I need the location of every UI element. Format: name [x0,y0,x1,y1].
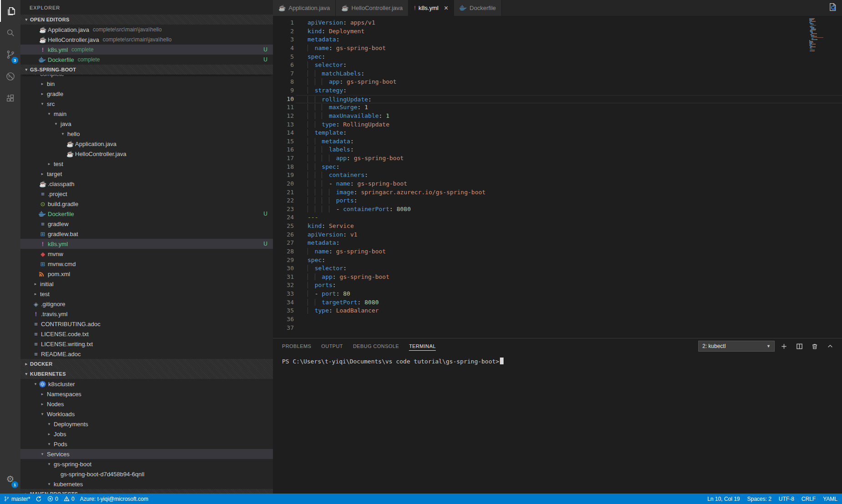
code-line[interactable]: 2kind: Deployment [273,27,842,36]
open-preview-icon[interactable] [828,2,837,14]
terminal-selector[interactable]: 2: kubectl ▼ [698,341,775,352]
status-encoding[interactable]: UTF-8 [779,496,794,502]
sidebar-item-jobs[interactable]: ▸Jobs [20,429,273,439]
sidebar-item-main[interactable]: ▾main [20,109,273,119]
code-line[interactable]: 16 labels: [273,146,842,154]
minimap[interactable] [809,18,836,53]
activity-extensions-button[interactable] [0,87,20,109]
new-terminal-button[interactable] [777,341,790,352]
close-tab-button[interactable]: × [444,5,448,12]
code-line[interactable]: 25kind: Service [273,222,842,231]
code-line[interactable]: 8 app: gs-spring-boot [273,78,842,86]
code-line[interactable]: 28 name: gs-spring-boot [273,247,842,256]
code-line[interactable]: 17 app: gs-spring-boot [273,154,842,163]
panel-tab-debug-console[interactable]: DEBUG CONSOLE [353,342,399,351]
sidebar-item-test[interactable]: ▸test [20,159,273,169]
section-header-docker[interactable]: ▸DOCKER [20,359,273,369]
activity-settings-button[interactable]: ⚙1 [0,468,20,490]
code-line[interactable]: 12 maxUnavailable: 1 [273,112,842,121]
tab-application-java[interactable]: ☕Application.java [273,0,336,16]
code-line[interactable]: 14 template: [273,129,842,137]
status-eol[interactable]: CRLF [802,496,816,502]
sidebar-item-gradle[interactable]: ▸gradle [20,89,273,99]
code-line[interactable]: 30 selector: [273,264,842,273]
sidebar-item-kubernetes[interactable]: ▾kubernetes [20,479,273,489]
sidebar-item-license-code-txt[interactable]: ≡LICENSE.code.txt [20,329,273,339]
code-line[interactable]: 32 ports: [273,281,842,290]
sidebar-item-k8scluster[interactable]: ▾k8scluster [20,379,273,389]
section-header-kubernetes[interactable]: ▾KUBERNETES [20,369,273,379]
code-line[interactable]: 9 strategy: [273,86,842,95]
sidebar-item-test[interactable]: ▸test [20,289,273,299]
sidebar-item-gs-spring-boot-d7d458b94-6qnll[interactable]: gs-spring-boot-d7d458b94-6qnll [20,469,273,479]
code-line[interactable]: 23 - containerPort: 8080 [273,205,842,214]
status-warnings[interactable]: 0 [64,496,75,502]
sidebar-item-license-writing-txt[interactable]: ≡LICENSE.writing.txt [20,339,273,349]
tab-k8s-yml[interactable]: !k8s.yml× [408,0,454,16]
code-line[interactable]: 7 matchLabels: [273,70,842,78]
sidebar-item-pom-xml[interactable]: pom.xml [20,269,273,279]
sidebar-item-application-java[interactable]: ☕Application.javacomplete\src\main\java\… [20,25,273,35]
status-errors[interactable]: 0 [47,496,58,502]
activity-search-button[interactable] [0,22,20,44]
sidebar-item-complete[interactable]: ▾complete [20,75,273,79]
sidebar-item-hellocontroller-java[interactable]: ☕HelloController.javacomplete\src\main\j… [20,35,273,45]
sidebar-tree[interactable]: ▾OPEN EDITORS☕Application.javacomplete\s… [20,15,273,494]
panel-tab-terminal[interactable]: TERMINAL [409,342,436,351]
sidebar-item-deployments[interactable]: ▾Deployments [20,419,273,429]
sidebar-item-k8s-yml[interactable]: !k8s.ymlU [20,239,273,249]
sidebar-item-classpath[interactable]: ☕.classpath [20,179,273,189]
activity-debug-button[interactable] [0,66,20,87]
code-line[interactable]: 3metadata: [273,35,842,44]
section-header-open-editors[interactable]: ▾OPEN EDITORS [20,15,273,25]
sidebar-item-readme-adoc[interactable]: ≡README.adoc [20,349,273,359]
sidebar-item-bin[interactable]: ▸bin [20,79,273,89]
sidebar-item-pods[interactable]: ▾Pods [20,439,273,449]
sidebar-item-namespaces[interactable]: ▸Namespaces [20,389,273,399]
terminal-output[interactable]: PS C:\Users\t-yiqi\Documents\vs code tut… [273,354,842,365]
section-header-gs-spring-boot[interactable]: ▾GS-SPRING-BOOT [20,65,273,75]
maximize-panel-button[interactable] [824,341,837,352]
sidebar-item-travis-yml[interactable]: !.travis.yml [20,309,273,319]
code-line[interactable]: 21 image: springacr.azurecr.io/gs-spring… [273,188,842,197]
activity-explorer-button[interactable] [0,0,20,22]
tab-hellocontroller-java[interactable]: ☕HelloController.java [336,0,408,16]
kill-terminal-button[interactable] [808,341,821,352]
sidebar-item-mvnw[interactable]: ◆mvnw [20,249,273,259]
sidebar-item-hellocontroller-java[interactable]: ☕HelloController.java [20,149,273,159]
code-line[interactable]: 31 app: gs-spring-boot [273,273,842,282]
code-line[interactable]: 27metadata: [273,239,842,247]
code-line[interactable]: 37 [273,324,842,333]
sidebar-item-application-java[interactable]: ☕Application.java [20,139,273,149]
code-editor[interactable]: 1apiVersion: apps/v12kind: Deployment3me… [273,16,842,338]
sidebar-item-gradlew[interactable]: ≡gradlew [20,219,273,229]
sidebar-item-contributing-adoc[interactable]: ≡CONTRIBUTING.adoc [20,319,273,329]
sidebar-item-nodes[interactable]: ▸Nodes [20,399,273,409]
sidebar-item-gradlew-bat[interactable]: ⊞gradlew.bat [20,229,273,239]
section-header-maven-projects[interactable]: ▸MAVEN PROJECTS [20,489,273,494]
sidebar-item-services[interactable]: ▾Services [20,449,273,459]
panel-tab-output[interactable]: OUTPUT [321,342,343,351]
code-line[interactable]: 13 type: RollingUpdate [273,121,842,129]
code-line[interactable]: 11 maxSurge: 1 [273,103,842,112]
sidebar-item-java[interactable]: ▾java [20,119,273,129]
code-line[interactable]: 1apiVersion: apps/v1 [273,19,842,27]
status-indentation[interactable]: Spaces: 2 [747,496,771,502]
sidebar-item-project[interactable]: ≡.project [20,189,273,199]
code-line[interactable]: 35 type: LoadBalancer [273,307,842,315]
code-line[interactable]: 15 metadata: [273,137,842,146]
tab-dockerfile[interactable]: Dockerfile [454,0,502,16]
sidebar-item-dockerfile[interactable]: DockerfileU [20,209,273,219]
status-language-mode[interactable]: YAML [823,496,837,502]
status-sync[interactable] [35,496,42,502]
code-line[interactable]: 18 spec: [273,163,842,171]
code-line[interactable]: 33 - port: 80 [273,290,842,298]
status-cursor-position[interactable]: Ln 10, Col 19 [707,496,740,502]
code-line[interactable]: 26apiVersion: v1 [273,231,842,239]
sidebar-item-hello[interactable]: ▾hello [20,129,273,139]
code-line[interactable]: 29spec: [273,256,842,265]
sidebar-item-mvnw-cmd[interactable]: ⊞mvnw.cmd [20,259,273,269]
sidebar-item-initial[interactable]: ▸initial [20,279,273,289]
status-azure-account[interactable]: Azure: t-yiqi@microsoft.com [80,496,148,502]
code-line[interactable]: 22 ports: [273,197,842,205]
